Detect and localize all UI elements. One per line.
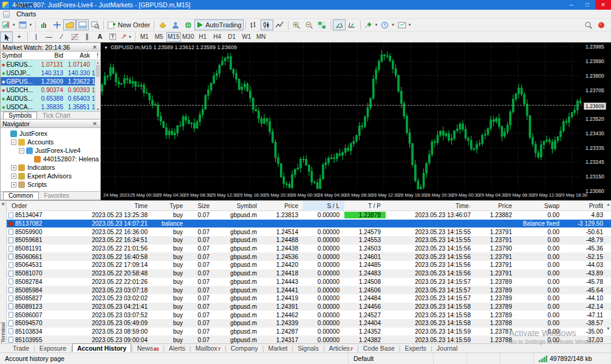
terminal-tab-journal[interactable]: Journal <box>432 344 462 352</box>
history-row[interactable]: 851370822023.05.23 14:07:21balanceBalanc… <box>7 220 611 228</box>
auto-scroll-button[interactable] <box>333 19 346 30</box>
tree-expand-icon[interactable]: + <box>11 182 16 187</box>
tree-item-expert-advisors[interactable]: +Expert Advisors <box>1 172 100 180</box>
crosshair-tool[interactable]: + <box>13 32 26 42</box>
tree-item-justforex-live4[interactable]: −JustForex-Live4 <box>1 146 100 155</box>
col-header-type[interactable]: Type <box>152 203 188 209</box>
col-header-tp[interactable]: T / P <box>344 203 386 209</box>
timeframe-h4[interactable]: H4 <box>210 32 225 42</box>
navigator-toggle[interactable] <box>63 19 76 30</box>
timeframe-m5[interactable]: M5 <box>152 32 166 42</box>
terminal-toggle[interactable] <box>76 19 89 30</box>
trendline-tool[interactable]: ∕ <box>55 32 68 42</box>
chart-shift-button[interactable] <box>346 19 358 30</box>
timeframe-m15[interactable]: M15 <box>166 32 181 42</box>
zoom-out-button[interactable] <box>303 19 316 30</box>
col-header-swap[interactable]: Swap <box>517 203 564 209</box>
market-watch-row[interactable]: ◆USDCH...0.903740.9039319 <box>1 86 100 94</box>
data-window-toggle[interactable] <box>50 19 63 30</box>
tree-expand-icon[interactable]: − <box>11 140 16 145</box>
tree-expand-icon[interactable]: + <box>11 174 16 179</box>
maximize-button[interactable]: □ <box>579 0 595 10</box>
history-row[interactable]: 850606612023.05.22 16:40:58buy0.07gbpusd… <box>7 252 611 261</box>
periods-button[interactable]: ▾ <box>379 19 396 30</box>
terminal-tab-signals[interactable]: Signals <box>293 344 323 352</box>
history-row[interactable]: 850891232023.05.23 04:21:41buy0.07gbpusd… <box>7 303 611 311</box>
col-header-price[interactable]: Price <box>476 203 517 209</box>
col-header-symbol[interactable]: Symbol <box>214 203 262 209</box>
tree-item-indicators[interactable]: +Indicators <box>1 163 100 172</box>
history-row[interactable]: 850945702023.05.23 05:49:09buy0.07gbpusd… <box>7 319 611 328</box>
market-watch-row[interactable]: ◆USDJP...140.313140.33017 <box>1 69 100 77</box>
terminal-close-icon[interactable]: ✕ <box>0 201 6 207</box>
timeframe-m1[interactable]: M1 <box>137 32 152 42</box>
tree-expand-icon[interactable]: − <box>19 148 24 153</box>
terminal-tab-articles[interactable]: Articles7 <box>324 344 357 352</box>
timeframe-mn[interactable]: MN <box>254 32 268 42</box>
col-header-profit[interactable]: Profit <box>564 203 608 209</box>
tree-item-scripts[interactable]: +Scripts <box>1 180 100 189</box>
timeframe-h1[interactable]: H1 <box>196 32 210 42</box>
market-watch-scrollbar[interactable]: ▴▾ <box>95 60 100 111</box>
candlestick-chart-button[interactable] <box>261 19 273 30</box>
market-watch-row[interactable]: ◆EURUS...1.071311.071409 <box>1 60 100 69</box>
history-row[interactable]: 850860072023.05.23 03:07:52buy0.07gbpusd… <box>7 311 611 319</box>
col-header-size[interactable]: Size <box>188 203 214 209</box>
channel-tool[interactable]: ∥ <box>81 32 94 42</box>
timeframe-d1[interactable]: D1 <box>225 32 239 42</box>
tree-expand-icon[interactable]: + <box>11 165 16 170</box>
minimize-button[interactable]: ─ <box>564 0 579 10</box>
terminal-tab-experts[interactable]: Experts <box>400 344 431 352</box>
terminal-tab-exposure[interactable]: Exposure <box>35 344 70 352</box>
fibonacci-tool[interactable] <box>68 32 81 42</box>
autotrading-button[interactable]: AutoTrading <box>194 19 244 30</box>
scroll-down-icon[interactable]: ▼ <box>606 326 610 331</box>
vertical-line-tool[interactable]: | <box>30 32 43 42</box>
timeframe-m30[interactable]: M30 <box>181 32 196 42</box>
terminal-tab-news[interactable]: News80 <box>133 344 163 352</box>
tile-windows-button[interactable] <box>316 19 329 30</box>
market-watch-close-icon[interactable]: ✕ <box>91 44 98 50</box>
templates-button[interactable]: ▾ <box>396 19 413 30</box>
menu-charts[interactable]: Charts <box>12 10 44 19</box>
menu-insert[interactable]: Insert <box>12 1 44 10</box>
text-tool[interactable]: A <box>94 32 106 42</box>
history-row[interactable]: 850858272023.05.23 03:02:02buy0.07gbpusd… <box>7 294 611 303</box>
terminal-tab-alerts[interactable]: Alerts <box>165 344 189 352</box>
arrows-tool[interactable]: ↗▾ <box>119 32 133 42</box>
market-watch-toggle[interactable] <box>38 19 50 30</box>
chart-plot-area[interactable] <box>101 42 582 189</box>
chart-window[interactable]: ▼ GBPUSD.m,M15 1.23589 1.23612 1.23589 1… <box>101 42 611 200</box>
navigator-close-icon[interactable]: ✕ <box>91 121 98 127</box>
new-order-button[interactable]: New Order <box>106 19 152 30</box>
col-header-time-close[interactable]: Time∕ <box>386 203 476 209</box>
status-profile[interactable]: Default <box>348 353 433 364</box>
history-row[interactable]: 850810702023.05.22 20:58:48buy0.07gbpusd… <box>7 269 611 278</box>
cursor-tool[interactable] <box>0 32 13 42</box>
terminal-tab-market[interactable]: Market <box>264 344 292 352</box>
history-row[interactable]: 850859842023.05.23 03:07:18buy0.07gbpusd… <box>7 286 611 294</box>
web-terminal-button[interactable] <box>182 19 194 30</box>
history-row[interactable]: 850599002023.05.22 16:36:00buy0.07gbpusd… <box>7 228 611 236</box>
scroll-down-arrow[interactable]: ▾ <box>95 107 100 111</box>
terminal-tab-company[interactable]: Company <box>227 344 262 352</box>
scroll-up-icon[interactable]: ▲ <box>606 202 610 206</box>
tab-favorites[interactable]: Favorites <box>39 192 75 200</box>
col-header-time[interactable]: Time <box>63 203 152 209</box>
tree-item-justforex[interactable]: JustForex <box>1 129 100 138</box>
history-row[interactable]: 851340472023.05.23 13:25:38buy0.07gbpusd… <box>7 211 611 220</box>
history-row[interactable]: 850811912023.05.22 21:01:56buy0.07gbpusd… <box>7 244 611 253</box>
timeframe-w1[interactable]: W1 <box>239 32 254 42</box>
tab-common[interactable]: Common <box>3 192 39 200</box>
strategy-tester-toggle[interactable] <box>89 19 101 30</box>
terminal-tab-trade[interactable]: Trade <box>9 344 33 352</box>
market-watch-row[interactable]: ◆GBPUS...1.236091.2362213 <box>1 77 100 86</box>
market-watch-row[interactable]: ◆USDCA...1.358351.3585116 <box>1 103 100 111</box>
history-row[interactable]: 850596812023.05.22 16:34:51buy0.07gbpusd… <box>7 236 611 244</box>
horizontal-line-tool[interactable]: — <box>43 32 55 42</box>
notifications-icon[interactable] <box>595 19 607 30</box>
terminal-tab-mailbox[interactable]: Mailbox7 <box>191 344 225 352</box>
col-header-price[interactable]: Price <box>262 203 303 209</box>
bar-chart-button[interactable] <box>248 19 261 30</box>
history-row[interactable]: 850827842023.05.22 22:01:26buy0.07gbpusd… <box>7 278 611 286</box>
